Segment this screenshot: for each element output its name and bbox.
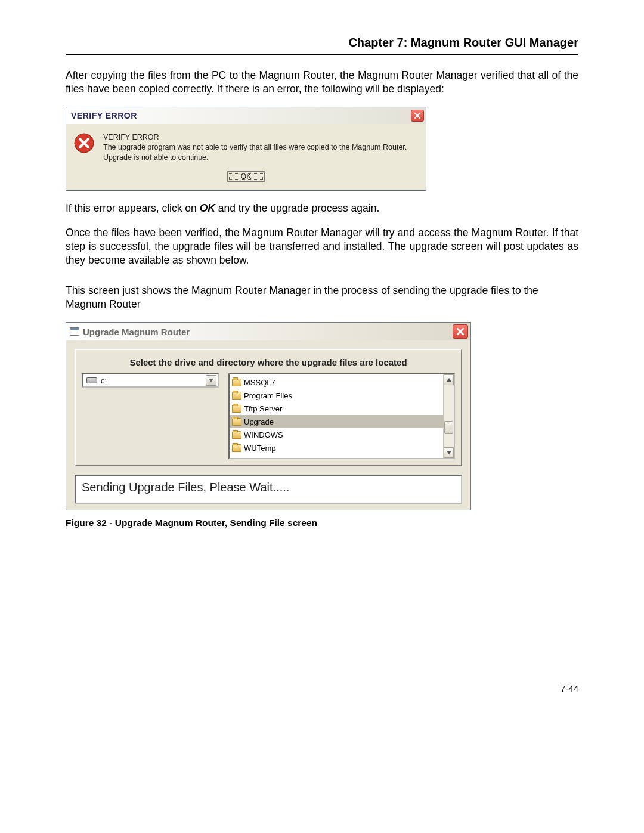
paragraph-3: Once the files have been verified, the M… <box>66 226 578 267</box>
select-panel: Select the drive and directory where the… <box>75 349 462 466</box>
dialog-button-row: OK <box>66 169 426 190</box>
folder-label: WUTemp <box>244 444 275 453</box>
dialog-titlebar: VERIFY ERROR <box>66 107 426 124</box>
scrollbar-thumb[interactable] <box>444 421 453 434</box>
chevron-up-icon <box>447 378 451 382</box>
close-button[interactable] <box>411 110 424 122</box>
folder-label: Tftp Server <box>244 404 282 413</box>
chevron-down-icon <box>447 451 451 454</box>
folder-label: WINDOWS <box>244 431 283 439</box>
dialog-message: VERIFY ERROR The upgrade program was not… <box>103 132 407 163</box>
chapter-title: Chapter 7: Magnum Router GUI Manager <box>66 36 578 49</box>
folder-item[interactable]: WUTemp <box>230 441 443 454</box>
scrollbar-track[interactable] <box>444 385 454 447</box>
close-icon <box>456 327 465 336</box>
directory-listbox[interactable]: MSSQL7Program FilesTftp ServerUpgradeWIN… <box>228 373 455 459</box>
page-number: 7-44 <box>66 683 578 693</box>
folder-label: Program Files <box>244 391 292 400</box>
paragraph-4: This screen just shows the Magnum Router… <box>66 284 578 311</box>
folder-label: MSSQL7 <box>244 378 275 387</box>
message-line-2: Upgrade is not able to continue. <box>103 153 209 162</box>
window-icon <box>70 327 79 336</box>
paragraph-2: If this error appears, click on OK and t… <box>66 202 578 215</box>
folder-item[interactable]: Upgrade <box>230 415 443 428</box>
ok-emphasis: OK <box>200 202 215 214</box>
scroll-down-button[interactable] <box>444 447 454 458</box>
text-fragment: If this error appears, click on <box>66 202 200 214</box>
dialog-body: VERIFY ERROR The upgrade program was not… <box>66 124 426 169</box>
chevron-down-icon <box>206 375 216 386</box>
folder-icon <box>232 379 242 386</box>
folder-item[interactable]: WINDOWS <box>230 428 443 441</box>
folder-icon <box>232 431 242 439</box>
folder-label: Upgrade <box>244 417 274 426</box>
folder-item[interactable]: MSSQL7 <box>230 376 443 389</box>
ok-button[interactable]: OK <box>227 171 265 182</box>
error-icon <box>73 132 95 154</box>
text-fragment: and try the upgrade process again. <box>215 202 379 214</box>
drive-combobox[interactable]: c: <box>82 373 219 388</box>
folder-icon <box>232 405 242 413</box>
close-icon <box>414 112 421 119</box>
figure-caption: Figure 32 - Upgrade Magnum Router, Sendi… <box>66 518 578 528</box>
upgrade-dialog: Upgrade Magnum Router Select the drive a… <box>66 322 471 510</box>
verify-error-dialog: VERIFY ERROR VERIFY ERROR The upgrade pr… <box>66 107 426 191</box>
folder-icon <box>232 392 242 400</box>
drive-selected-label: c: <box>101 376 107 385</box>
dialog-title: Upgrade Magnum Router <box>83 327 190 337</box>
folder-icon <box>232 418 242 426</box>
close-button[interactable] <box>453 324 468 339</box>
panel-title: Select the drive and directory where the… <box>82 357 455 367</box>
scrollbar[interactable] <box>443 374 454 458</box>
message-line-1: The upgrade program was not able to veri… <box>103 143 407 151</box>
divider <box>66 54 578 55</box>
message-header: VERIFY ERROR <box>103 132 407 143</box>
dialog-title: VERIFY ERROR <box>71 111 137 120</box>
status-message: Sending Upgrade Files, Please Wait..... <box>75 475 462 504</box>
drive-icon <box>86 377 97 383</box>
folder-item[interactable]: Program Files <box>230 389 443 402</box>
folder-icon <box>232 444 242 452</box>
folder-item[interactable]: Tftp Server <box>230 402 443 415</box>
scroll-up-button[interactable] <box>444 374 454 385</box>
dialog-titlebar: Upgrade Magnum Router <box>66 323 470 340</box>
paragraph-1: After copying the files from the PC to t… <box>66 69 578 96</box>
